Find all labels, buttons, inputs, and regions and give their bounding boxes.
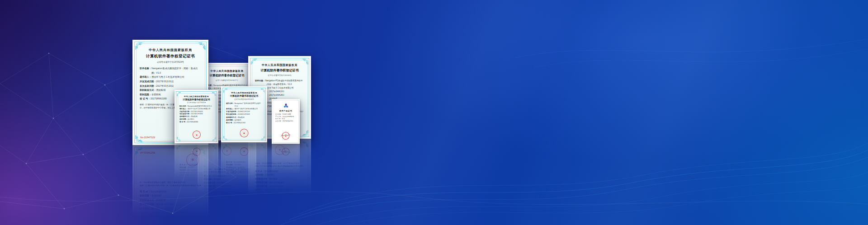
frame-ornament-icon [212,92,216,96]
frame-ornament-icon [223,136,227,140]
certificate-fields: 软件名称：Navigation广告机信息管理平台软件V1.0著作权人：潍坊华飞电… [223,102,265,124]
cert-field-row: 开发完成日期：2017年03月01日 [140,80,201,84]
frame-ornament-icon [223,89,227,93]
issuing-authority: 中华人民共和国国家版权局 [250,58,309,67]
frame-ornament-icon [302,59,308,65]
issuing-authority: 中华人民共和国国家版权局 [176,92,217,98]
certificates-banner: 中华人民共和国国家版权局 计算机软件著作权登记证书 证书号:软著登字第18705… [0,0,868,225]
issuing-authority: 中华人民共和国国家版权局 [135,42,206,52]
frame-ornament-icon [261,136,265,140]
certificate-number: 证书号:软著登字第1756432号 [176,102,217,103]
cert-field-row: 登 记 号：2017SR048386 [179,121,213,124]
frame-ornament-icon [177,137,181,141]
frame-ornament-icon [135,42,142,50]
cert-field-row: 软件名称：Navigation-PC终端集中控制管理系统软件（简称：终端管理系统… [255,79,304,86]
certificate-fields: 软件名称：Navigation触摸查询系统软件V1.0著作权人：潍坊华飞电子工程… [176,105,217,123]
certificate-title: 计算机软件著作权登记证书 [135,54,206,59]
frame-ornament-icon [261,89,265,93]
certificate-cluster: 中华人民共和国国家版权局 计算机软件著作权登记证书 证书号:软著登字第18705… [0,0,868,225]
certificate-frame: 软件产品证书 证书编号：R-2017-0368产品名称：信息发布系统软件版 本 … [273,100,299,143]
serial-number: No.01847326 [140,136,155,139]
frame-ornament-icon [198,42,206,50]
issuer-logo-icon [283,103,289,109]
certificate-number: 证书号:软著登字第1870528号 [135,61,206,63]
issuing-authority: 中华人民共和国国家版权局 [223,88,265,94]
cert-field-row: 首次发表日期：2017年03月20日 [140,84,201,89]
cert-field-row: 软件名称：Navigation集成点播系统软件（简称：集成点播）V1.0 [140,66,201,75]
certificate-number: 证书号:软著登字第1693208号 [223,98,265,100]
cert-field-row: 登 记 号：2017SR021769 [226,122,262,124]
certificate-frame: 中华人民共和国国家版权局 计算机软件著作权登记证书 证书号:软著登字第16932… [222,88,266,141]
official-red-seal: ★ [239,128,249,138]
seal-star-icon: ★ [195,133,198,136]
frame-ornament-icon [302,130,308,136]
signature-scribble [280,133,291,138]
frame-ornament-icon [251,59,257,65]
certificate-software-copyright-5: 中华人民共和国国家版权局 计算机软件著作权登记证书 证书号:软著登字第16932… [221,86,267,142]
certificate-title: 计算机软件著作权登记证书 [176,98,217,101]
cert-field-row: 著作权人：潍坊华飞电子工程技术有限公司 [140,75,201,80]
certificate-software-product: 软件产品证书 证书编号：R-2017-0368产品名称：信息发布系统软件版 本 … [272,99,300,144]
certificate-title: 计算机软件著作权登记证书 [223,94,265,98]
certificate-fields: 证书编号：R-2017-0368产品名称：信息发布系统软件版 本 号：V1.0发… [273,113,298,123]
cert-field-row: 发证日期：2017年06月15日 [275,120,296,122]
certificate-title: 软件产品证书 [273,110,298,112]
official-red-seal: ★ [192,130,201,139]
certificate-title: 计算机软件著作权登记证书 [250,68,309,73]
certificate-number: 证书号:软著登字第2130566号 [250,74,309,76]
certificate-software-copyright-4: 中华人民共和国国家版权局 计算机软件著作权登记证书 证书号:软著登字第17564… [175,90,218,143]
frame-ornament-icon [177,92,181,96]
certificate-frame: 中华人民共和国国家版权局 计算机软件著作权登记证书 证书号:软著登字第17564… [176,91,217,142]
seal-star-icon: ★ [242,131,245,135]
cert-field-row: 软件名称：Navigation广告机信息管理平台软件V1.0 [226,102,262,108]
frame-ornament-icon [212,137,216,141]
